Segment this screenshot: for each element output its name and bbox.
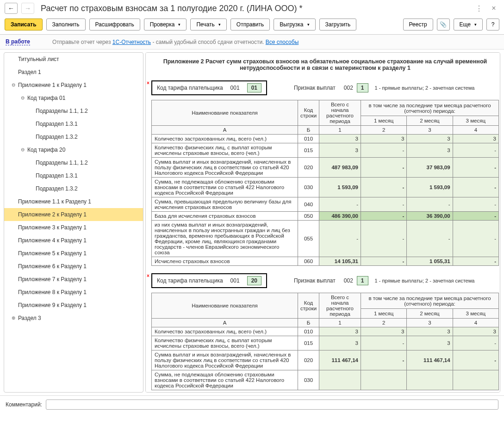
cell[interactable]: 3 [319,143,361,158]
cell[interactable]: 3 [453,135,498,143]
cell[interactable]: 3 [361,327,407,336]
comment-input[interactable] [46,399,498,410]
tree-toggle-icon[interactable]: ⊕ [11,316,16,321]
cell[interactable]: - [453,212,498,221]
cell[interactable]: - [361,143,407,158]
tree-item[interactable]: Подраздел 1.3.1 [4,117,143,130]
cell[interactable]: - [361,221,407,257]
tree-item[interactable]: Подраздел 1.3.2 [4,182,143,195]
check-button[interactable]: Проверка [144,18,187,31]
cell[interactable]: - [361,350,407,370]
cell[interactable] [407,370,453,390]
cell[interactable]: - [453,197,498,212]
cell[interactable]: 486 390,00 [319,212,361,221]
write-button[interactable]: Записать [5,18,43,31]
tariff-value[interactable]: 01 [247,83,261,92]
tree-toggle-icon[interactable]: ⊖ [11,83,16,88]
back-button[interactable]: ← [5,3,18,14]
sidebar[interactable]: Титульный листРаздел 1⊖Приложение 1 к Ра… [4,52,143,393]
tree-item[interactable]: Приложение 3 к Разделу 1 [4,221,143,234]
cell[interactable]: - [453,143,498,158]
tariff-value[interactable]: 20 [247,276,261,285]
tree-toggle-icon[interactable]: ⊖ [20,96,25,101]
help-button[interactable]: ? [486,18,499,31]
sign-value[interactable]: 1 [357,276,368,285]
cell[interactable]: - [453,158,498,178]
cell[interactable]: - [453,336,498,350]
cell[interactable]: - [319,197,361,212]
cell[interactable]: 111 467,14 [407,350,453,370]
tree-item[interactable]: Приложение 6 к Разделу 1 [4,260,143,273]
close-icon[interactable]: × [488,3,499,14]
fill-button[interactable]: Заполнить [46,18,86,31]
cell[interactable]: - [453,178,498,197]
load-button[interactable]: Загрузить [319,18,357,31]
cell[interactable] [453,370,498,390]
cell[interactable]: 1 593,09 [319,178,361,197]
cell[interactable]: - [361,178,407,197]
cell[interactable]: 3 [319,336,361,350]
cell[interactable]: 3 [407,327,453,336]
tree-item[interactable]: Раздел 1 [4,66,143,79]
tree-item[interactable]: Подраздел 1.3.2 [4,130,143,143]
decrypt-button[interactable]: Расшифровать [89,18,140,31]
link-all-ways[interactable]: Все способы [266,39,299,45]
tree-item[interactable]: ⊖Код тарифа 01 [4,92,143,104]
cell[interactable]: - [407,197,453,212]
cell[interactable]: 3 [407,143,453,158]
cell[interactable]: 36 390,00 [407,212,453,221]
cell[interactable]: - [319,221,361,257]
table-row: Сумма выплат и иных вознаграждений, начи… [152,350,499,370]
tree-item[interactable]: Подразделы 1.1, 1.2 [4,104,143,117]
tree-item[interactable]: ⊕Раздел 3 [4,312,143,325]
content-area[interactable]: Приложение 2 Расчет сумм страховых взнос… [145,52,500,393]
cell[interactable]: 3 [319,135,361,143]
cell[interactable]: - [453,350,498,370]
cell[interactable]: - [361,336,407,350]
tree-item[interactable]: ⊖Приложение 1 к Разделу 1 [4,79,143,92]
tree-item[interactable]: Приложение 2 к Разделу 1 [4,208,143,221]
more-button[interactable]: Еще [454,18,483,31]
tree-item[interactable]: Приложение 1.1 к Разделу 1 [4,195,143,208]
tree-item[interactable]: Подразделы 1.1, 1.2 [4,156,143,169]
cell[interactable]: 3 [407,135,453,143]
tree-item[interactable]: Приложение 8 к Разделу 1 [4,286,143,299]
cell[interactable]: 14 105,31 [319,257,361,266]
export-button[interactable]: Выгрузка [274,18,315,31]
print-button[interactable]: Печать [190,18,226,31]
link-1c[interactable]: 1С-Отчетность [112,39,151,45]
cell[interactable]: - [361,197,407,212]
tree-item[interactable]: Титульный лист [4,53,143,66]
tree-item[interactable]: Приложение 5 к Разделу 1 [4,247,143,260]
cell[interactable]: 111 467,14 [319,350,361,370]
more-icon[interactable]: ⋮ [473,3,485,14]
cell[interactable] [361,370,407,390]
cell[interactable]: - [407,221,453,257]
cell[interactable]: - [361,212,407,221]
sign-value[interactable]: 1 [357,83,368,92]
cell[interactable]: 3 [361,135,407,143]
tree-item[interactable]: Приложение 9 к Разделу 1 [4,299,143,312]
cell[interactable]: 3 [407,336,453,350]
tree-item[interactable]: Приложение 7 к Разделу 1 [4,273,143,286]
status-label[interactable]: В работе [6,38,30,45]
cell[interactable]: - [361,158,407,178]
tree-item[interactable]: Подраздел 1.3.1 [4,169,143,182]
cell[interactable]: 487 983,09 [319,158,361,178]
cell[interactable]: - [453,221,498,257]
tree-toggle-icon[interactable]: ⊖ [20,147,25,153]
tree-item[interactable]: Приложение 4 к Разделу 1 [4,234,143,247]
tree-item[interactable]: ⊖Код тарифа 20 [4,143,143,156]
send-button[interactable]: Отправить [230,18,270,31]
attach-button[interactable]: 📎 [437,18,450,31]
cell[interactable]: - [361,257,407,266]
cell[interactable]: 3 [319,327,361,336]
cell[interactable]: - [453,257,498,266]
cell[interactable]: 3 [453,327,498,336]
forward-button[interactable]: → [21,3,34,14]
cell[interactable]: 1 055,31 [407,257,453,266]
cell[interactable]: 1 593,09 [407,178,453,197]
registry-button[interactable]: Реестр [403,18,433,31]
cell[interactable]: 37 983,09 [407,158,453,178]
cell[interactable] [319,370,361,390]
